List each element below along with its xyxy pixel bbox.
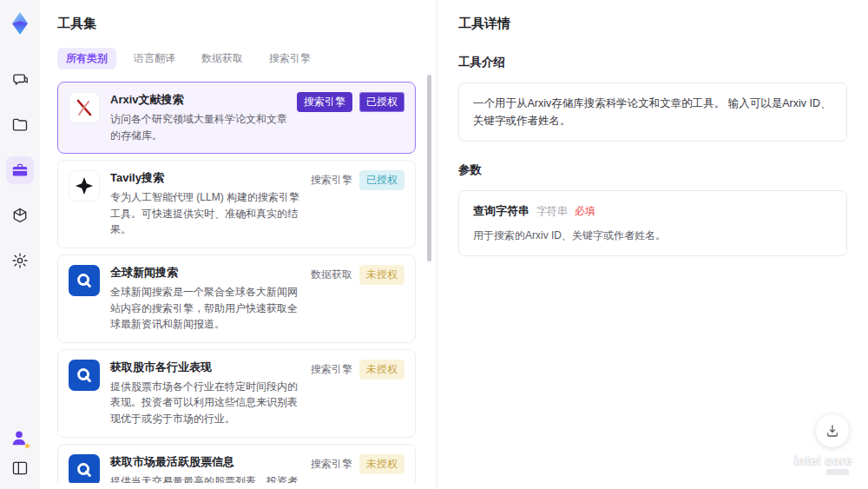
tool-list-panel: 工具集 所有类别 语言翻译 数据获取 搜索引擎 Arxiv文献搜索 访问各个研究…	[40, 0, 437, 489]
tool-card-list: Arxiv文献搜索 访问各个研究领域大量科学论文和文章的存储库。 搜索引擎 已授…	[57, 82, 428, 483]
download-icon	[825, 423, 840, 439]
detail-title: 工具详情	[458, 16, 847, 32]
tool-description: 提供当天交易量最高的股票列表，投资者可以利用这些信息来识别流动性强的股票和潜在的…	[110, 473, 302, 483]
sidebar-nav	[6, 66, 34, 274]
param-required-flag: 必填	[575, 203, 595, 220]
page-title: 工具集	[57, 16, 428, 32]
tool-title: 获取市场最活跃股票信息	[110, 454, 302, 470]
folder-icon[interactable]	[6, 111, 34, 139]
intro-heading: 工具介绍	[458, 55, 847, 70]
tab-language-translation[interactable]: 语言翻译	[125, 48, 184, 69]
scrollbar-thumb[interactable]	[427, 75, 431, 261]
tavily-star-icon	[69, 170, 100, 202]
toolbox-icon[interactable]	[6, 156, 34, 184]
status-badge: 未授权	[359, 454, 404, 474]
tool-card-arxiv[interactable]: Arxiv文献搜索 访问各个研究领域大量科学论文和文章的存储库。 搜索引擎 已授…	[57, 82, 416, 154]
tab-search-engine[interactable]: 搜索引擎	[260, 48, 319, 69]
arxiv-logo-icon	[69, 92, 100, 123]
tab-all-categories[interactable]: 所有类别	[57, 48, 116, 69]
tool-title: Arxiv文献搜索	[110, 92, 288, 108]
status-badge: 已授权	[359, 170, 404, 190]
intel-core-logo: intel core	[794, 453, 852, 475]
category-label: 搜索引擎	[311, 457, 352, 472]
avatar-status-dot	[24, 443, 30, 449]
sidebar-rail	[0, 0, 40, 489]
category-label: 搜索引擎	[311, 362, 352, 377]
tab-data-fetch[interactable]: 数据获取	[193, 48, 252, 69]
intel-ultra-mark	[826, 469, 849, 475]
gear-icon[interactable]	[6, 247, 34, 274]
tool-description: 访问各个研究领域大量科学论文和文章的存储库。	[110, 111, 288, 143]
param-type: 字符串	[536, 203, 568, 220]
tool-title: 获取股市各行业表现	[110, 360, 302, 375]
intel-core-logo-text: intel core	[794, 453, 852, 467]
category-label: 数据获取	[311, 268, 352, 282]
category-label: 搜索引擎	[311, 173, 352, 188]
tool-detail-panel: 工具详情 工具介绍 一个用于从Arxiv存储库搜索科学论文和文章的工具。 输入可…	[437, 0, 868, 489]
param-description: 用于搜索的Arxiv ID、关键字或作者姓名。	[473, 228, 832, 244]
app-logo-icon	[7, 10, 33, 36]
status-badge: 已授权	[359, 92, 404, 112]
tool-description: 提供股票市场各个行业在特定时间段内的表现。投资者可以利用这些信息来识别表现优于或…	[110, 379, 302, 427]
chat-icon[interactable]	[6, 66, 34, 94]
list-scrollbar[interactable]	[427, 75, 431, 476]
status-badge: 未授权	[359, 360, 404, 380]
tool-title: Tavily搜索	[110, 170, 302, 186]
status-badge: 未授权	[359, 265, 404, 285]
tool-description: 专为人工智能代理 (LLM) 构建的搜索引擎工具。可快速提供实时、准确和真实的结…	[110, 189, 302, 238]
param-card: 查询字符串 字符串 必填 用于搜索的Arxiv ID、关键字或作者姓名。	[458, 190, 847, 256]
sidebar-bottom	[10, 428, 30, 480]
user-avatar[interactable]	[10, 428, 30, 449]
category-tabs: 所有类别 语言翻译 数据获取 搜索引擎	[57, 48, 428, 69]
tool-title: 全球新闻搜索	[110, 265, 302, 281]
param-name: 查询字符串	[473, 202, 529, 221]
intro-card: 一个用于从Arxiv存储库搜索科学论文和文章的工具。 输入可以是Arxiv ID…	[458, 83, 847, 142]
search-q-icon	[69, 454, 100, 483]
tool-card-global-news[interactable]: 全球新闻搜索 全球新闻搜索是一个聚合全球各大新闻网站内容的搜索引擎，帮助用户快速…	[57, 254, 416, 343]
cube-icon[interactable]	[6, 202, 34, 229]
tool-card-tavily[interactable]: Tavily搜索 专为人工智能代理 (LLM) 构建的搜索引擎工具。可快速提供实…	[57, 160, 416, 248]
collapse-panel-icon[interactable]	[11, 459, 29, 480]
tool-description: 全球新闻搜索是一个聚合全球各大新闻网站内容的搜索引擎，帮助用户快速获取全球最新资…	[110, 284, 302, 333]
app-window: 工具集 所有类别 语言翻译 数据获取 搜索引擎 Arxiv文献搜索 访问各个研究…	[0, 0, 868, 489]
search-q-icon	[69, 265, 100, 296]
search-q-icon	[69, 360, 100, 391]
tool-card-stock-sectors[interactable]: 获取股市各行业表现 提供股票市场各个行业在特定时间段内的表现。投资者可以利用这些…	[57, 349, 416, 438]
download-button[interactable]	[816, 414, 849, 447]
params-heading: 参数	[458, 162, 847, 178]
category-badge: 搜索引擎	[297, 92, 352, 112]
tool-card-active-stocks[interactable]: 获取市场最活跃股票信息 提供当天交易量最高的股票列表，投资者可以利用这些信息来识…	[57, 444, 416, 483]
